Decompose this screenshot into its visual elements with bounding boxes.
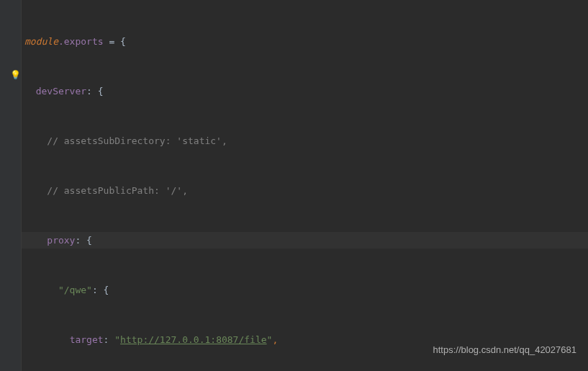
quote-open: " bbox=[114, 334, 120, 345]
code-editor[interactable]: 💡 module.exports = { devServer: { // ass… bbox=[0, 0, 588, 371]
prop-devserver: devServer bbox=[36, 86, 86, 97]
comment: // assetsPublicPath: '/', bbox=[47, 185, 188, 196]
prop-proxy: proxy bbox=[47, 235, 75, 246]
colon-brace: : { bbox=[92, 285, 109, 295]
string-key: "/qwe" bbox=[58, 285, 92, 295]
colon: : bbox=[104, 334, 115, 345]
prop-target: target bbox=[70, 334, 104, 345]
comma: , bbox=[272, 334, 278, 345]
colon-brace: : { bbox=[86, 86, 103, 97]
watermark-text: https://blog.csdn.net/qq_42027681 bbox=[433, 341, 577, 358]
eq-brace: = { bbox=[104, 36, 126, 47]
editor-gutter: 💡 bbox=[0, 0, 22, 371]
code-line: devServer: { bbox=[22, 83, 588, 99]
url-link[interactable]: http://127.0.0.1:8087/file bbox=[120, 334, 267, 345]
code-line: "/qwe": { bbox=[22, 282, 588, 298]
code-line: // assetsSubDirectory: 'static', bbox=[22, 133, 588, 149]
keyword-module: module bbox=[24, 36, 58, 47]
comment: // assetsSubDirectory: 'static', bbox=[47, 135, 227, 146]
code-area[interactable]: module.exports = { devServer: { // asset… bbox=[22, 0, 588, 371]
lightbulb-icon[interactable]: 💡 bbox=[10, 67, 21, 84]
prop-exports: .exports bbox=[58, 36, 104, 47]
code-line: module.exports = { bbox=[22, 33, 588, 50]
code-line-caret: proxy: { bbox=[22, 232, 588, 249]
code-line: // assetsPublicPath: '/', bbox=[22, 182, 588, 199]
colon-brace: : { bbox=[75, 235, 91, 246]
